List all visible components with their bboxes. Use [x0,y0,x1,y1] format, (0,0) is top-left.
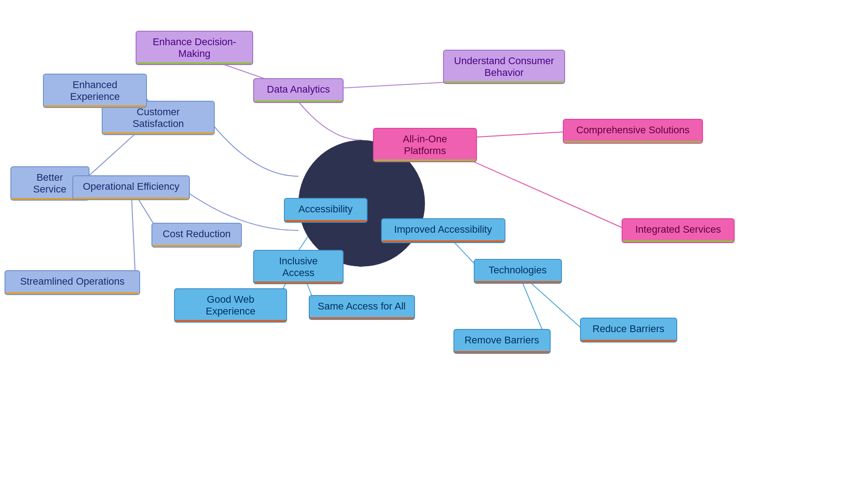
node-label: Understand ConsumerBehavior [454,55,554,78]
node-reduce-barriers: Reduce Barriers [580,318,677,343]
node-good-web-experience: Good Web Experience [174,288,287,323]
node-accessibility: Accessibility [284,198,368,223]
node-label: Same Access for All [318,300,406,312]
node-label: Good Web Experience [206,294,255,317]
node-label: Remove Barriers [464,334,539,346]
node-label: All-in-One Platforms [403,133,447,156]
node-label: Customer Satisfaction [132,106,184,129]
node-label: Cost Reduction [163,228,231,239]
node-streamlined-operations: Streamlined Operations [5,270,140,295]
node-label: Reduce Barriers [593,323,665,334]
node-integrated-services: Integrated Services [622,218,735,243]
node-label: Enhance Decision-Making [153,36,236,59]
node-label: Operational Efficiency [83,181,179,192]
node-label: Accessibility [298,203,353,215]
node-label: Technologies [489,264,547,276]
node-label: Better Service [33,172,66,195]
node-same-access: Same Access for All [309,295,415,320]
node-label: Enhanced Experience [70,79,120,102]
node-remove-barriers: Remove Barriers [453,329,551,354]
node-improved-accessibility: Improved Accessibility [381,218,505,243]
node-operational-efficiency: Operational Efficiency [72,175,190,200]
node-understand-consumer: Understand ConsumerBehavior [443,50,565,84]
node-comprehensive: Comprehensive Solutions [563,119,703,144]
node-label: Improved Accessibility [394,224,492,235]
node-label: Inclusive Access [279,255,318,278]
node-enhance-decision: Enhance Decision-Making [136,31,253,65]
svg-line-6 [131,188,136,282]
mindmap-container: Data Analytics Enhance Decision-Making U… [0,0,868,488]
node-enhanced-experience: Enhanced Experience [43,74,147,108]
node-label: Data Analytics [267,84,330,95]
node-technologies: Technologies [474,259,562,284]
node-label: Integrated Services [635,224,721,235]
node-label: Comprehensive Solutions [576,124,690,136]
node-all-in-one: All-in-One Platforms [373,128,477,162]
node-label: Streamlined Operations [20,276,124,287]
node-inclusive-access: Inclusive Access [253,250,344,284]
node-data-analytics: Data Analytics [253,78,344,103]
node-cost-reduction: Cost Reduction [151,223,242,248]
